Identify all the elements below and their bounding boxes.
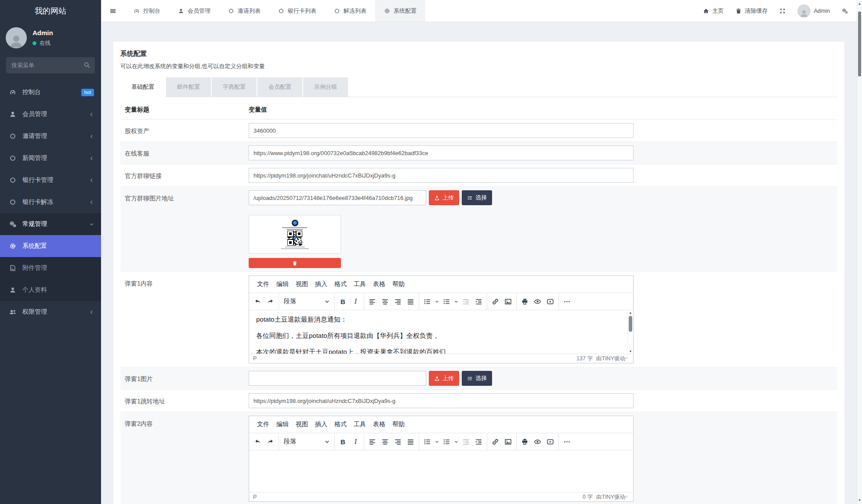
- config-value-input[interactable]: [249, 393, 634, 408]
- config-value-input[interactable]: [249, 145, 634, 160]
- editor-menu-格式[interactable]: 格式: [331, 280, 350, 288]
- sidebar-item-members[interactable]: 会员管理: [0, 103, 101, 125]
- editor-menu-表格[interactable]: 表格: [369, 421, 389, 428]
- window-scrollbar[interactable]: ▲ ▼: [857, 0, 862, 504]
- chevron-down-icon[interactable]: [434, 435, 440, 448]
- sidebar-item-profile[interactable]: 个人资料: [0, 279, 101, 301]
- scroll-down-arrow[interactable]: ▼: [857, 498, 862, 502]
- editor-menu-编辑[interactable]: 编辑: [273, 421, 292, 428]
- redo-button[interactable]: [264, 435, 277, 448]
- clear-cache-button[interactable]: 清除缓存: [735, 7, 768, 15]
- topbar-tab-会员管理[interactable]: 会员管理: [169, 0, 219, 22]
- paragraph-select[interactable]: 段落: [281, 435, 333, 448]
- user-menu[interactable]: Admin: [797, 4, 830, 18]
- list-ol-button[interactable]: [440, 295, 453, 308]
- link-button[interactable]: [489, 295, 502, 308]
- image-button[interactable]: [502, 295, 514, 308]
- sidebar-item-invites[interactable]: 邀请管理: [0, 125, 101, 147]
- sidebar-item-dashboard[interactable]: 控制台hot: [0, 81, 101, 103]
- home-link[interactable]: 主页: [703, 7, 724, 15]
- image-path-input[interactable]: [249, 190, 426, 205]
- bold-button[interactable]: B: [337, 295, 349, 308]
- link-button[interactable]: [489, 435, 502, 448]
- chevron-down-icon[interactable]: [434, 295, 440, 308]
- editor-menu-表格[interactable]: 表格: [369, 280, 389, 288]
- scrollbar-thumb[interactable]: [858, 11, 861, 76]
- choose-button[interactable]: 选择: [462, 190, 492, 205]
- config-tab-基础配置[interactable]: 基础配置: [120, 77, 165, 97]
- element-path[interactable]: P: [253, 494, 583, 500]
- print-button[interactable]: [518, 435, 531, 448]
- config-tab-邮件配置[interactable]: 邮件配置: [166, 77, 211, 97]
- paragraph-select[interactable]: 段落: [281, 295, 333, 308]
- scroll-up-arrow[interactable]: ▲: [857, 2, 862, 6]
- config-value-input[interactable]: [249, 168, 634, 183]
- align-center-button[interactable]: [379, 435, 391, 448]
- align-left-button[interactable]: [366, 295, 379, 308]
- editor-menu-编辑[interactable]: 编辑: [273, 280, 292, 288]
- indent-button[interactable]: [472, 295, 485, 308]
- topbar-tab-控制台[interactable]: 控制台: [125, 0, 169, 22]
- image-button[interactable]: [502, 435, 514, 448]
- list-ul-button[interactable]: [421, 295, 434, 308]
- outdent-button[interactable]: [460, 295, 472, 308]
- choose-button[interactable]: 选择: [462, 371, 492, 386]
- align-left-button[interactable]: [366, 435, 379, 448]
- sidebar-item-attachments[interactable]: 附件管理: [0, 257, 101, 279]
- align-right-button[interactable]: [391, 435, 404, 448]
- gears-icon[interactable]: [842, 8, 848, 14]
- sidebar-item-config[interactable]: 系统配置: [0, 235, 101, 257]
- editor-content-area[interactable]: [249, 450, 633, 492]
- avatar[interactable]: [6, 27, 27, 48]
- redo-button[interactable]: [264, 295, 277, 308]
- more-button[interactable]: [561, 295, 573, 308]
- more-button[interactable]: [561, 435, 573, 448]
- editor-menu-帮助[interactable]: 帮助: [389, 421, 408, 428]
- editor-menu-文件[interactable]: 文件: [254, 280, 273, 288]
- topbar-tab-银行卡列表[interactable]: 银行卡列表: [269, 0, 325, 22]
- sidebar-item-general[interactable]: 常规管理: [0, 213, 101, 235]
- resize-grip-icon[interactable]: [625, 495, 629, 499]
- editor-menu-视图[interactable]: 视图: [292, 280, 311, 288]
- editor-menu-工具[interactable]: 工具: [350, 280, 369, 288]
- list-ol-button[interactable]: [440, 435, 453, 448]
- undo-button[interactable]: [251, 435, 264, 448]
- preview-button[interactable]: [531, 295, 544, 308]
- editor-menu-插入[interactable]: 插入: [311, 280, 331, 288]
- editor-menu-文件[interactable]: 文件: [254, 421, 273, 428]
- topbar-tab-邀请列表[interactable]: 邀请列表: [219, 0, 269, 22]
- topbar-tab-解冻列表[interactable]: 解冻列表: [325, 0, 375, 22]
- hamburger-icon[interactable]: [101, 7, 125, 15]
- image-path-input[interactable]: [249, 371, 426, 386]
- upload-button[interactable]: 上传: [429, 371, 459, 386]
- italic-button[interactable]: I: [349, 295, 362, 308]
- align-right-button[interactable]: [391, 295, 404, 308]
- editor-menu-帮助[interactable]: 帮助: [389, 280, 408, 288]
- list-ul-button[interactable]: [421, 435, 434, 448]
- sidebar-item-news[interactable]: 新闻管理: [0, 147, 101, 169]
- italic-button[interactable]: I: [349, 435, 362, 448]
- editor-menu-视图[interactable]: 视图: [292, 421, 311, 428]
- search-input[interactable]: [6, 57, 95, 73]
- editor-menu-格式[interactable]: 格式: [331, 421, 350, 428]
- chevron-down-icon[interactable]: [453, 435, 460, 448]
- editor-menu-插入[interactable]: 插入: [311, 421, 331, 428]
- align-center-button[interactable]: [379, 295, 391, 308]
- sidebar-item-unfreeze[interactable]: 银行卡解冻: [0, 191, 101, 213]
- config-tab-会员配置[interactable]: 会员配置: [257, 77, 302, 97]
- media-button[interactable]: [544, 295, 557, 308]
- undo-button[interactable]: [251, 295, 264, 308]
- align-justify-button[interactable]: [404, 295, 417, 308]
- resize-grip-icon[interactable]: [625, 357, 629, 361]
- element-path[interactable]: P: [253, 355, 576, 362]
- sidebar-item-bankcards[interactable]: 银行卡管理: [0, 169, 101, 191]
- media-button[interactable]: [544, 435, 557, 448]
- print-button[interactable]: [518, 295, 531, 308]
- fullscreen-icon[interactable]: [779, 8, 786, 14]
- outdent-button[interactable]: [460, 435, 472, 448]
- editor-menu-工具[interactable]: 工具: [350, 421, 369, 428]
- editor-scrollbar[interactable]: ▲▼: [627, 310, 633, 354]
- image-preview[interactable]: [249, 215, 341, 254]
- editor-content-area[interactable]: potato土豆退款最新消息通知：各位同胞们，土豆potato所有项目退款由【华…: [249, 310, 633, 354]
- chevron-down-icon[interactable]: [453, 295, 460, 308]
